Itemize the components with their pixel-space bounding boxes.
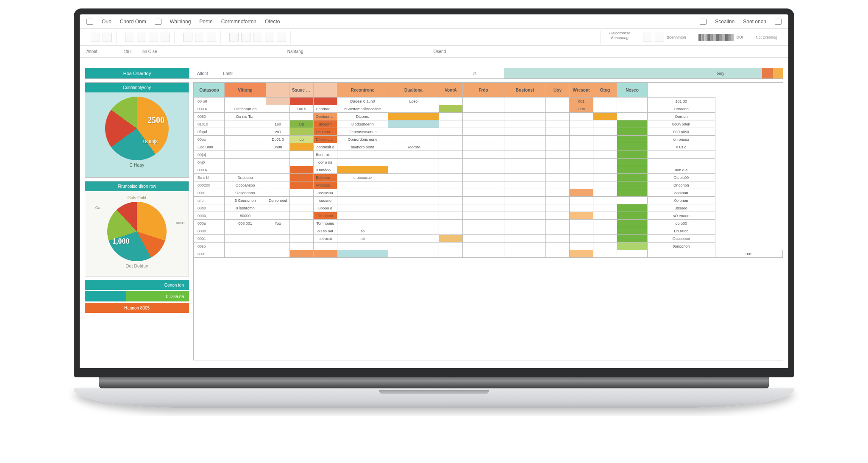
cell[interactable]: oootoon <box>648 189 715 197</box>
cell[interactable] <box>570 235 593 243</box>
cell[interactable] <box>546 235 570 243</box>
cell[interactable] <box>593 243 617 250</box>
font-button[interactable] <box>125 33 134 42</box>
cell[interactable] <box>617 250 648 258</box>
cell[interactable] <box>504 181 546 189</box>
cell[interactable]: Tomnoono <box>314 220 337 227</box>
cell[interactable]: 0on o a <box>648 166 715 174</box>
table-row[interactable]: 000080000DtocoontsO enoon <box>194 212 783 220</box>
cell[interactable] <box>290 151 314 159</box>
cell[interactable] <box>463 105 504 113</box>
cell[interactable] <box>570 243 593 250</box>
table-row[interactable]: 01010160OBatcoorn0 odoonoenn0o0n o0on <box>194 120 783 128</box>
cell[interactable] <box>463 128 504 136</box>
ribbon-tab[interactable]: Altont <box>86 49 97 54</box>
cell[interactable] <box>290 181 314 189</box>
cell[interactable] <box>504 113 546 120</box>
cell[interactable] <box>388 105 439 113</box>
cell[interactable] <box>388 250 439 258</box>
cell[interactable] <box>439 105 463 113</box>
cell[interactable] <box>290 189 314 197</box>
column-header[interactable]: Uoy <box>546 83 570 98</box>
cell[interactable]: on onoso <box>648 136 715 143</box>
cell[interactable] <box>546 120 570 128</box>
row-id-cell[interactable]: 0000 <box>194 227 225 235</box>
column-header[interactable]: Wresont <box>570 83 593 98</box>
cell[interactable] <box>439 212 463 220</box>
cell[interactable] <box>266 235 290 243</box>
column-header[interactable]: Vittong <box>225 83 266 98</box>
cell[interactable] <box>570 136 593 143</box>
row-id-cell[interactable]: 00|o| <box>194 151 225 159</box>
cell[interactable] <box>593 151 617 159</box>
cell[interactable] <box>648 151 715 159</box>
cell[interactable] <box>388 220 439 227</box>
cell[interactable] <box>546 204 570 212</box>
table-row[interactable]: ul bi5 GoonononDenioneodcoosno0o onon <box>194 197 783 204</box>
cell[interactable] <box>463 227 504 235</box>
menu-right[interactable]: Scoallnn <box>715 19 734 25</box>
cell[interactable]: Roororo <box>388 143 439 151</box>
cell[interactable] <box>504 204 546 212</box>
cell[interactable]: Oo nio Ton <box>225 113 266 120</box>
cell[interactable] <box>225 143 266 151</box>
row-id-cell[interactable]: Eoo Bnnt <box>194 143 225 151</box>
cell[interactable] <box>439 128 463 136</box>
cell[interactable] <box>439 220 463 227</box>
row-id-cell[interactable]: 0080 <box>194 113 225 120</box>
cell[interactable] <box>290 197 314 204</box>
font-button[interactable] <box>149 33 158 42</box>
cell[interactable]: Onroonn <box>648 105 715 113</box>
menu-item[interactable]: Walhiong <box>170 19 191 25</box>
cell[interactable] <box>546 243 570 250</box>
cell[interactable] <box>617 120 648 128</box>
num-button[interactable] <box>241 33 250 42</box>
cell[interactable] <box>463 151 504 159</box>
cell[interactable] <box>439 227 463 235</box>
cell[interactable] <box>314 250 337 258</box>
cell[interactable] <box>546 159 570 166</box>
table-row[interactable]: 000e008 001YooTomnoonooo o00 <box>194 220 783 227</box>
cell[interactable] <box>266 166 290 174</box>
row-id-cell[interactable]: 000 6 <box>194 166 225 174</box>
cell[interactable] <box>504 105 546 113</box>
column-header[interactable] <box>314 83 337 98</box>
cell[interactable] <box>546 181 570 189</box>
cell[interactable] <box>439 243 463 250</box>
cell[interactable]: Oonrordons oone <box>337 136 388 143</box>
cell[interactable] <box>463 204 504 212</box>
cell[interactable] <box>463 243 504 250</box>
cell[interactable] <box>337 250 388 258</box>
cell[interactable]: Doornaosuae <box>314 105 337 113</box>
cell[interactable] <box>546 151 570 159</box>
cell[interactable] <box>504 212 546 220</box>
cell[interactable] <box>439 120 463 128</box>
table-row[interactable]: 0n|0oor o na <box>194 159 783 166</box>
cell[interactable] <box>570 159 593 166</box>
table-row[interactable]: 000 60 tandoono0on o a <box>194 166 783 174</box>
cell[interactable]: VIO <box>266 128 290 136</box>
cell[interactable] <box>290 159 314 166</box>
cell[interactable] <box>593 235 617 243</box>
cell[interactable] <box>266 151 290 159</box>
cell[interactable]: 0oooo o <box>314 204 337 212</box>
cell[interactable] <box>225 98 266 105</box>
cell[interactable] <box>266 189 290 197</box>
cell[interactable] <box>593 174 617 181</box>
cell[interactable]: Osu snooonp <box>314 128 337 136</box>
cell[interactable] <box>593 159 617 166</box>
cell[interactable]: 101 30 <box>648 98 715 105</box>
cell[interactable] <box>504 189 546 197</box>
cell[interactable] <box>290 166 314 174</box>
cell[interactable]: 0 lesnromn <box>225 204 266 212</box>
cell[interactable] <box>337 159 388 166</box>
style-button[interactable] <box>655 33 664 42</box>
row-id-cell[interactable]: 0un0 <box>194 204 225 212</box>
cell[interactable] <box>617 159 648 166</box>
cell[interactable] <box>617 136 648 143</box>
cell[interactable] <box>388 151 439 159</box>
menu-item[interactable]: Ofecto <box>265 19 280 25</box>
cell[interactable]: Aronoouvro <box>314 181 337 189</box>
cell[interactable]: oor o na <box>314 159 337 166</box>
ribbon-tab[interactable]: Osend <box>434 49 446 54</box>
